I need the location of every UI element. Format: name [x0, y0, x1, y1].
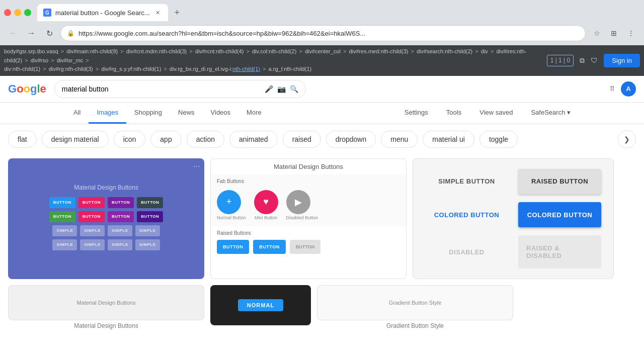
element-counter: 1 | 1 | 0: [547, 55, 574, 66]
url-text: https://www.google.com.au/search?hl=en&t…: [78, 30, 579, 37]
window-controls: [4, 9, 31, 16]
window-close-button[interactable]: [4, 9, 11, 16]
raised-row-1: BUTTON BUTTON BUTTON: [217, 238, 400, 256]
menu-button[interactable]: ⋮: [624, 26, 638, 40]
lock-icon: 🔒: [67, 30, 74, 37]
result-card-purple[interactable]: Material Design Buttons BUTTON BUTTON BU…: [8, 158, 204, 279]
search-box[interactable]: 🎤 📷 🔍: [54, 80, 306, 98]
disabled-button: DISABLED: [425, 235, 508, 268]
bottom-card-left[interactable]: Material Design Buttons: [8, 285, 204, 320]
new-tab-button[interactable]: +: [170, 6, 184, 20]
normal-button[interactable]: NORMAL: [238, 299, 283, 311]
avatar[interactable]: A: [621, 81, 636, 97]
colored-button-filled[interactable]: COLORED BUTTON: [518, 202, 601, 227]
breadcrumb: body#gsr.srp.tbo.vasq > div#main:nth-chi…: [4, 47, 542, 74]
middle-card-title: Material Design Buttons: [211, 159, 406, 174]
raised-section-title: Raised Buttons: [217, 228, 400, 238]
google-logo: Google: [8, 82, 46, 96]
mic-icon[interactable]: 🎤: [265, 85, 273, 93]
chip-animated[interactable]: animated: [229, 131, 278, 148]
active-tab[interactable]: G material button - Google Searc... ✕: [37, 4, 168, 21]
url-bar[interactable]: 🔒 https://www.google.com.au/search?hl=en…: [60, 25, 586, 41]
window-maximize-button[interactable]: [24, 9, 31, 16]
address-bar: ← → ↻ 🔒 https://www.google.com.au/search…: [0, 21, 644, 45]
extensions-button[interactable]: ⊞: [607, 26, 621, 40]
header-links: ⠿ A: [606, 81, 636, 97]
tab-close-button[interactable]: ✕: [154, 9, 162, 17]
chip-app[interactable]: app: [150, 131, 181, 148]
raised-btn-1[interactable]: BUTTON: [217, 240, 249, 254]
tab-news[interactable]: News: [170, 103, 203, 124]
breadcrumb-bar: body#gsr.srp.tbo.vasq > div#main:nth-chi…: [0, 45, 644, 76]
chip-action[interactable]: action: [187, 131, 224, 148]
purple-btn-row-3: SIMPLE SIMPLE SIMPLE SIMPLE: [21, 225, 192, 236]
tab-safe-search[interactable]: SafeSearch ▾: [523, 103, 579, 124]
bottom-right-label: Gradient Button Style: [389, 300, 442, 306]
tab-images[interactable]: Images: [89, 103, 126, 124]
search-tabs: All Images Shopping News Videos More Set…: [0, 103, 644, 124]
reload-button[interactable]: ↻: [42, 26, 56, 40]
fab-button-pink[interactable]: ♥: [254, 190, 278, 214]
raised-btn-2[interactable]: BUTTON: [253, 240, 285, 254]
url-actions: ☆ ⊞ ⋮: [590, 26, 638, 40]
tab-videos[interactable]: Videos: [203, 103, 239, 124]
window-minimize-button[interactable]: [14, 9, 21, 16]
settings-links: Settings Tools View saved SafeSearch ▾: [396, 103, 579, 124]
chip-design-material[interactable]: design material: [42, 131, 109, 148]
bottom-left-label: Material Design Buttons: [74, 320, 138, 331]
signin-button[interactable]: Sign in: [604, 54, 640, 67]
tab-settings[interactable]: Settings: [396, 103, 436, 124]
result-card-right[interactable]: SIMPLE BUTTON RAISED BUTTON COLORED BUTT…: [413, 158, 614, 279]
bottom-card-right[interactable]: Gradient Button Style: [317, 285, 513, 320]
colored-button-text[interactable]: COLORED BUTTON: [425, 202, 508, 227]
fab-row: + Normal Button ♥ Mini Button ▶ Disabled…: [217, 186, 400, 224]
filter-chips: flat design material icon app action ani…: [0, 124, 644, 154]
search-input[interactable]: [62, 85, 261, 93]
results-area: Material Design Buttons BUTTON BUTTON BU…: [0, 154, 644, 283]
fab-section-title: Fab Buttons: [217, 176, 400, 186]
purple-btn-row-4: SIMPLE SIMPLE SIMPLE SIMPLE: [21, 239, 192, 250]
purple-card-title: Material Design Buttons: [21, 184, 192, 191]
fab-button-gray[interactable]: ▶: [286, 190, 310, 214]
raised-section: Raised Buttons BUTTON BUTTON BUTTON: [211, 226, 406, 258]
chip-material-ui[interactable]: material ui: [423, 131, 474, 148]
chip-raised[interactable]: raised: [283, 131, 321, 148]
result-card-middle[interactable]: Material Design Buttons Fab Buttons + No…: [210, 158, 407, 279]
devtools-actions: 1 | 1 | 0 ⧉ 🛡 Sign in: [547, 54, 640, 67]
tab-view-saved[interactable]: View saved: [471, 103, 521, 124]
raised-btn-disabled: BUTTON: [290, 240, 320, 254]
chip-toggle[interactable]: toggle: [479, 131, 518, 148]
purple-card-image: Material Design Buttons BUTTON BUTTON BU…: [8, 158, 204, 279]
tab-title: material button - Google Searc...: [55, 9, 150, 17]
bottom-right-title: Gradient Button Style: [386, 320, 444, 331]
tab-all[interactable]: All: [65, 103, 89, 124]
tab-shopping[interactable]: Shopping: [126, 103, 170, 124]
raised-button[interactable]: RAISED BUTTON: [518, 169, 601, 194]
tab-tools[interactable]: Tools: [438, 103, 469, 124]
bottom-left-title: Material Design Buttons: [77, 300, 136, 306]
forward-button[interactable]: →: [24, 26, 38, 40]
search-icons: 🎤 📷 🔍: [265, 85, 298, 93]
chip-flat[interactable]: flat: [8, 131, 37, 148]
tab-bar: G material button - Google Searc... ✕ +: [0, 0, 644, 21]
tab-favicon: G: [43, 9, 51, 17]
fab-section: Fab Buttons + Normal Button ♥ Mini Butto…: [211, 174, 406, 226]
copy-icon[interactable]: ⧉: [580, 56, 585, 66]
purple-btn-row-1: BUTTON BUTTON BUTTON BUTTON: [21, 197, 192, 208]
card-options-icon[interactable]: ⋯: [193, 162, 200, 170]
chip-icon[interactable]: icon: [114, 131, 146, 148]
search-icon[interactable]: 🔍: [290, 85, 298, 93]
bottom-row: Material Design Buttons Material Design …: [0, 283, 644, 333]
bottom-card-dark[interactable]: NORMAL: [210, 285, 311, 325]
tab-more[interactable]: More: [238, 103, 270, 124]
header-apps-icon[interactable]: ⠿: [606, 81, 619, 97]
simple-button[interactable]: SIMPLE BUTTON: [425, 169, 508, 194]
fab-button-blue[interactable]: +: [217, 190, 241, 214]
back-button[interactable]: ←: [6, 26, 20, 40]
chip-menu[interactable]: menu: [381, 131, 418, 148]
camera-icon[interactable]: 📷: [277, 85, 286, 93]
chip-dropdown[interactable]: dropdown: [326, 131, 376, 148]
raised-disabled-button: RAISED & DISABLED: [518, 235, 601, 268]
chips-next-button[interactable]: ❯: [618, 130, 636, 148]
bookmark-button[interactable]: ☆: [590, 26, 604, 40]
